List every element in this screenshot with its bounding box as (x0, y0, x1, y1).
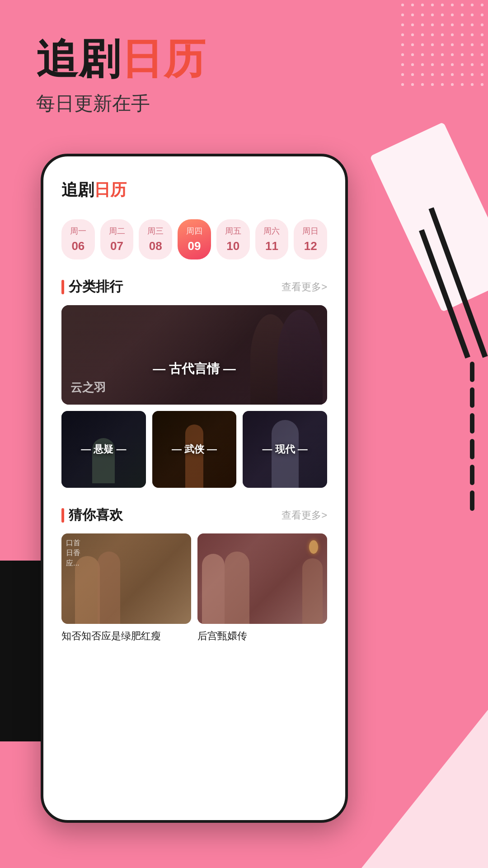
category-main-ancient-romance[interactable]: — 古代言情 — 云之羽 (61, 305, 327, 405)
category-title-bar (61, 280, 64, 294)
day-thursday-label: 周四 (186, 226, 202, 236)
lantern-decoration (309, 540, 318, 554)
geo-white-triangle-br (361, 710, 488, 868)
fig-2a (202, 554, 225, 624)
recommend-title-2: 后宫甄嬛传 (197, 629, 327, 643)
day-friday[interactable]: 周五 10 (216, 219, 250, 259)
day-friday-label: 周五 (225, 226, 241, 236)
page-title: 追剧日历 (36, 36, 206, 82)
app-header: 追剧日历 (61, 179, 327, 201)
day-sunday[interactable]: 周日 12 (294, 219, 327, 259)
day-wednesday-number: 08 (149, 239, 162, 253)
category-wuxia-text: — 武侠 — (172, 443, 217, 456)
category-more-link[interactable]: 查看更多> (282, 280, 327, 294)
geo-white-rect (370, 122, 488, 312)
category-section-header: 分类排行 查看更多> (61, 278, 327, 296)
fig-1b (98, 552, 120, 624)
geo-stripe-6 (470, 491, 474, 511)
geo-stripe-3 (470, 413, 474, 434)
category-wuxia[interactable]: — 武侠 — (152, 411, 237, 488)
day-monday-label: 周一 (70, 226, 86, 236)
phone-inner: 追剧日历 周一 06 周二 07 周三 08 周四 09 周五 10 (43, 156, 345, 820)
recommend-title-container: 猜你喜欢 (61, 506, 123, 524)
geo-stripes-right (470, 362, 474, 511)
page-subtitle: 每日更新在手 (36, 91, 206, 116)
day-monday-number: 06 (71, 239, 84, 253)
category-mystery[interactable]: — 悬疑 — (61, 411, 146, 488)
category-mystery-text: — 悬疑 — (81, 443, 126, 456)
geo-stripe-2 (470, 387, 474, 408)
fig-2b (225, 552, 249, 624)
recommend-item-2[interactable]: 后宫甄嬛传 (197, 533, 327, 643)
category-main-genre: — 古代言情 — (61, 360, 327, 377)
day-tuesday[interactable]: 周二 07 (100, 219, 134, 259)
wuxia-fig (185, 425, 203, 488)
recommend-section-header: 猜你喜欢 查看更多> (61, 506, 327, 524)
recommend-grid: 口首日香应... 知否知否应是绿肥红瘦 后宫甄嬛传 (61, 533, 327, 643)
geo-stripe-1 (470, 362, 474, 382)
app-logo-red: 日历 (94, 180, 127, 199)
fig-2c (302, 558, 323, 624)
geo-stripe-4 (470, 439, 474, 459)
title-black-part: 追剧 (36, 36, 121, 82)
day-wednesday-label: 周三 (147, 226, 164, 236)
day-saturday-label: 周六 (263, 226, 280, 236)
day-thursday[interactable]: 周四 09 (178, 219, 211, 259)
day-saturday-number: 11 (265, 239, 278, 253)
recommend-1-badge: 口首日香应... (66, 538, 80, 568)
category-title-container: 分类排行 (61, 278, 123, 296)
day-wednesday[interactable]: 周三 08 (139, 219, 172, 259)
recommend-title: 猜你喜欢 (69, 506, 123, 524)
recommend-title-bar (61, 508, 64, 523)
title-red-part: 日历 (121, 36, 206, 82)
day-monday[interactable]: 周一 06 (61, 219, 95, 259)
recommend-image-2 (197, 533, 327, 624)
category-title: 分类排行 (69, 278, 123, 296)
day-saturday[interactable]: 周六 11 (255, 219, 289, 259)
app-logo-black: 追剧 (61, 180, 94, 199)
day-thursday-number: 09 (188, 239, 201, 253)
day-tuesday-number: 07 (110, 239, 123, 253)
category-main-watermark: 云之羽 (70, 380, 106, 396)
bg-dots-decoration (398, 0, 488, 90)
recommend-image-1: 口首日香应... (61, 533, 191, 624)
category-modern[interactable]: — 现代 — (243, 411, 327, 488)
day-sunday-label: 周日 (302, 226, 319, 236)
geo-black-block-left (0, 561, 41, 741)
category-small-grid: — 悬疑 — — 武侠 — — 现代 — (61, 411, 327, 488)
day-friday-number: 10 (226, 239, 239, 253)
day-tuesday-label: 周二 (109, 226, 125, 236)
day-sunday-number: 12 (304, 239, 317, 253)
recommend-more-link[interactable]: 查看更多> (282, 509, 327, 522)
recommend-item-1[interactable]: 口首日香应... 知否知否应是绿肥红瘦 (61, 533, 191, 643)
header-area: 追剧日历 每日更新在手 (36, 36, 206, 116)
recommend-title-1: 知否知否应是绿肥红瘦 (61, 629, 191, 643)
week-calendar: 周一 06 周二 07 周三 08 周四 09 周五 10 周六 11 (61, 219, 327, 259)
geo-stripe-5 (470, 465, 474, 485)
app-logo: 追剧日历 (61, 179, 127, 201)
phone-mockup: 追剧日历 周一 06 周二 07 周三 08 周四 09 周五 10 (41, 154, 348, 823)
category-modern-text: — 现代 — (263, 443, 308, 456)
